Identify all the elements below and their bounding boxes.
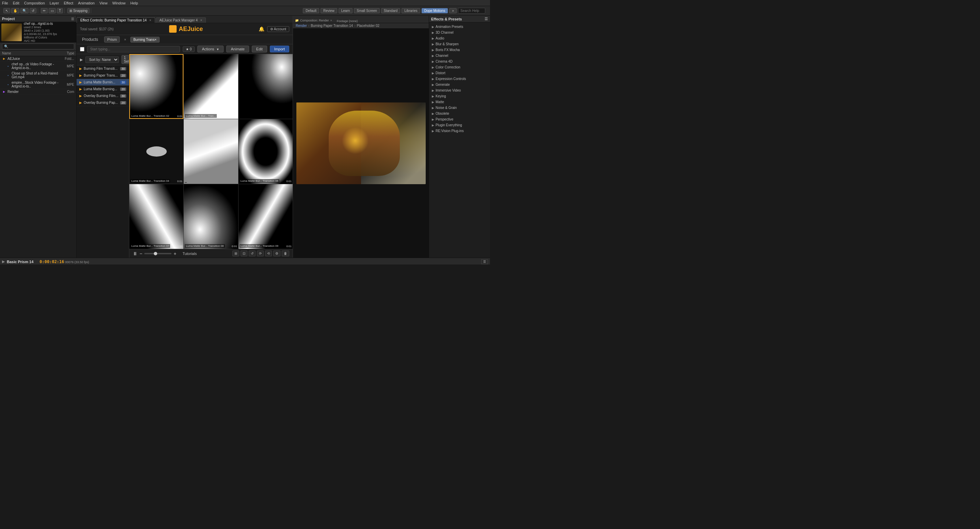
playlist-burning-paper[interactable]: ▶ Burning Paper Trans... 20 [76,72,129,79]
playlist-overlay-paper[interactable]: ▶ Overlay Burning Pap... 20 [76,99,129,106]
effects-boris-mocha[interactable]: ▶ Boris FX Mocha [429,47,490,53]
effects-plugin-everything[interactable]: ▶ Plugin Everything [429,122,490,128]
workspace-learn[interactable]: Learn [339,8,353,13]
workspace-libraries[interactable]: Libraries [401,8,420,13]
text-tool[interactable]: T [57,8,63,13]
burning-tab[interactable]: Burning Trans× [130,37,159,43]
project-item-chef[interactable]: ▪ chef op...ck Video Footage - Artgrid.i… [0,62,76,71]
project-menu-icon[interactable]: ☰ [71,17,74,21]
timeline-menu-btn[interactable]: ☰ [481,260,488,264]
workspace-dope-motions[interactable]: Dope Motions [422,8,448,13]
tutorials-button[interactable]: Tutorials [182,252,197,256]
actions-button[interactable]: Actions ▼ [197,46,224,53]
effects-blur-sharpen[interactable]: ▶ Blur & Sharpen [429,41,490,47]
rotate-tool[interactable]: ↺ [30,8,37,13]
loop-btn[interactable]: ⟲ [265,250,272,257]
search-help-input[interactable] [458,8,485,14]
effects-immersive-video[interactable]: ▶ Immersive Video [429,88,490,93]
menu-composition[interactable]: Composition [24,1,45,5]
snapping-btn[interactable]: ⊞ Snapping [67,8,89,13]
menu-animation[interactable]: Animation [78,1,95,5]
transition-cell-4[interactable]: Luma Matte Bur... Transition 04 0:01 [129,119,183,184]
transition-cell-8[interactable]: Luma Matte Bur... Transition 08 0:01 [184,184,238,249]
workspace-small-screen[interactable]: Small Screen [354,8,379,13]
effects-generate[interactable]: ▶ Generate [429,82,490,88]
effects-expression-controls[interactable]: ▶ Expression Controls [429,76,490,82]
workspace-default[interactable]: Default [303,8,319,13]
effects-re-vision[interactable]: ▶ RE:Vision Plug-ins [429,128,490,134]
effects-3d-channel[interactable]: ▶ 3D Channel [429,30,490,35]
zoom-tool[interactable]: 🔍 [21,8,29,13]
account-button[interactable]: ⚙ Account [267,26,289,32]
select-all-checkbox[interactable] [80,47,84,51]
comp-close[interactable]: × [331,19,332,22]
playlist-luma-matte-20[interactable]: ▶ Luma Matte Burning... 20 [76,86,129,92]
transition-cell-7[interactable]: Luma Matte Bur... Transition 07 0:00 [129,184,183,249]
minus-button[interactable]: − [140,251,142,257]
playlist-overlay-film[interactable]: ▶ Overlay Burning Film... 30 [76,92,129,99]
transition-cell-9[interactable]: Luma Matte Bur... Transition 09 0:01 [239,184,293,249]
menu-window[interactable]: Window [112,1,126,5]
trash-btn[interactable]: 🗑 [282,250,289,257]
workspace-more[interactable]: » [449,8,457,13]
effects-color-correction[interactable]: ▶ Color Correction [429,64,490,70]
breadcrumb-burning[interactable]: Burning Paper Transition 14 [311,24,353,27]
effects-matte[interactable]: ▶ Matte [429,99,490,105]
project-item-empire[interactable]: ▪ empire...Stock Video Footage - Artgrid… [0,80,76,89]
sync-btn[interactable]: ⟳ [257,250,264,257]
transition-cell-2[interactable]: Luma Matte Bur... Tran... [184,54,238,119]
transition-cell-1[interactable]: Luma Matte Bur... Transition 02 0:01 [129,54,183,119]
menu-view[interactable]: View [99,1,108,5]
workspace-standard[interactable]: Standard [381,8,401,13]
tab-aejuice-close[interactable]: × [200,18,202,22]
menu-file[interactable]: File [2,1,8,5]
hand-tool[interactable]: ✋ [11,8,19,13]
workspace-review[interactable]: Review [321,8,337,13]
transition-cell-3[interactable] [239,54,293,119]
prism-close[interactable]: × [124,37,126,41]
tab-effect-controls[interactable]: Effect Controls: Burning Paper Transitio… [76,18,155,23]
effects-animation-presets[interactable]: ▶ Animation Presets [429,24,490,30]
transition-cell-5[interactable] [184,119,238,184]
project-item-closeup[interactable]: ▪ Close up Shot of a Red-Haired Girl.mp4… [0,71,76,80]
pen-tool[interactable]: ✏ [41,8,48,13]
playlist-burning-film[interactable]: ▶ Burning Film Transiti... 30 [76,65,129,72]
menu-effect[interactable]: Effect [64,1,73,5]
fit-view-btn[interactable]: ⊡ [240,250,247,257]
effects-keying[interactable]: ▶ Keying [429,93,490,99]
effects-perspective[interactable]: ▶ Perspective [429,116,490,122]
effects-distort[interactable]: ▶ Distort [429,70,490,76]
aejuice-search-input[interactable] [87,46,180,53]
menu-help[interactable]: Help [130,1,138,5]
progress-slider[interactable] [144,253,172,254]
import-button[interactable]: Import [270,46,289,53]
plus-button[interactable]: + [173,251,176,257]
menu-layer[interactable]: Layer [50,1,59,5]
breadcrumb-render[interactable]: Render [296,24,307,27]
bell-icon[interactable]: 🔔 [259,26,264,32]
selection-tool[interactable]: ↖ [3,8,10,13]
grid-view-btn[interactable]: ⊞ [232,250,239,257]
project-item-aejuice[interactable]: ▶ AEJuice Fold... [0,56,76,62]
shape-tool[interactable]: ▭ [49,8,56,13]
project-search-input[interactable] [2,43,74,49]
project-item-render[interactable]: ▶ Render Com [0,89,76,95]
effects-audio[interactable]: ▶ Audio [429,35,490,41]
sort-select[interactable]: Sort by: Name [86,56,119,63]
playlist-luma-matte-30[interactable]: ▶ Luma Matte Burnin... 30 [76,79,129,86]
effects-channel[interactable]: ▶ Channel [429,53,490,59]
effects-noise-grain[interactable]: ▶ Noise & Grain [429,105,490,111]
animate-button[interactable]: Animate [226,46,249,53]
effects-menu-icon[interactable]: ☰ [485,17,488,21]
tab-effect-controls-close[interactable]: × [150,18,151,22]
settings-btn[interactable]: ⚙ [273,250,280,257]
pause-button[interactable]: ⏸ [133,251,137,257]
effects-cinema4d[interactable]: ▶ Cinema 4D [429,59,490,64]
edit-button[interactable]: Edit [252,46,267,53]
menu-edit[interactable]: Edit [13,1,19,5]
transition-cell-6[interactable]: Luma Matte Bur... Transition 06 0:01 [239,119,293,184]
prism-button[interactable]: Prism [104,37,120,43]
refresh-btn[interactable]: ↺ [249,250,256,257]
breadcrumb-placeholder[interactable]: Placeholder 02 [356,24,379,27]
effects-obsolete[interactable]: ▶ Obsolete [429,111,490,116]
